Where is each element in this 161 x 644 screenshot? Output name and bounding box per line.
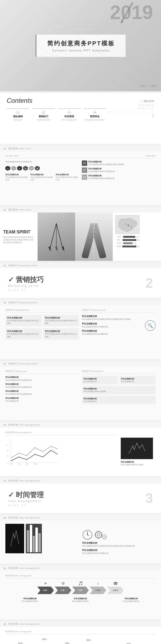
team-spirit-en: team spirit [106,104,154,106]
prog-step-2: ⚙ 步骤二 [55,581,71,594]
svg-text:75%: 75% [65,642,69,644]
label-bar-marketing2: 营销技巧 Marketing skills [0,299,161,305]
arrow-4: 步骤四 [90,587,106,594]
label-dot2 [4,209,6,211]
arrow-5: 步骤五 [107,587,124,594]
time-part-num: 3 [145,491,153,506]
bar-3: 类别三 5.5 [115,242,140,244]
label-dot4 [4,302,6,303]
clock-svg [82,529,93,540]
bell-chart-slide: 时间管理 time management 70% 90% 75% 85% 50%… [0,627,161,644]
bar-2: 类别二 8.5 [115,239,140,241]
label-bar-time4: 时间管理 time management [0,565,161,571]
info-row-bottom: 学生业相较比例 学生业相较比例学生业相较比例 学生业相较比例 学生业相较比例学生… [5,173,79,181]
cover-year: 2019 [110,3,153,22]
ts-description: 学生业相较比例学生业相较比例学生业相较比例学生业相较比例学生业相较比例学生业相较… [3,236,34,244]
svg-text:85%: 85% [86,639,91,641]
prog-step-1: ✈ 步骤一 [37,581,54,594]
bar-4: 类别四 9.0 [115,245,140,248]
label-bar-team: 团队精神 team spirit [0,145,161,151]
hex-5: ⊞ [29,166,34,171]
dark-photo [121,438,153,459]
contents-item-2: 02 营销技巧 Marketing skills [32,108,55,121]
svg-text:90%: 90% [42,638,46,641]
label-bar-time3: 时间管理 time management [0,515,161,521]
svg-line-7 [50,223,56,250]
gears-svg [94,529,109,540]
contents-slide: Contents 01 团队精神 team spirit 02 营销技巧 Mar… [0,93,161,144]
marketing-en: Marketing skills [8,284,145,287]
part-num-big: 1 [152,113,154,118]
mkt-right-col: 营销技巧 Marketing skills 学生业相较比例 学生业相较比例学生业… [82,309,156,356]
map-section: 类别一 7.0 类别二 8.5 类别三 5.5 类别四 9.0 [115,215,140,258]
svg-point-34 [97,533,100,536]
hex-icons-grid: ⊕ ☆ ▲ ◆ ⊞ ◉ [5,166,79,171]
time-mgmt-title-slide: ✓ 时间管理 time management PART 03 3 [0,484,161,513]
mkt-right-content: 学生业相较比例 学生业相较比例学生业相较比例学生业相较比例学生业相较 学生业相较… [82,315,156,336]
clock-row [82,529,156,540]
svg-text:完成: 完成 [34,463,37,465]
line-chart-svg: 0 25 50 75 节点 计划 进行 完成 [5,437,59,466]
ts-data-panel: 类别一 7.0 类别二 8.5 类别三 5.5 类别四 9.0 [113,213,161,261]
china-map [115,215,140,234]
svg-point-39 [102,535,107,539]
svg-line-9 [56,223,63,250]
abstract-dark-svg [9,528,20,549]
bell-chart-svg: 70% 90% 75% 85% 50% 60% 文字描述 文字描述 文字描述 文… [5,636,156,644]
abstract-photo-svg [126,440,148,456]
svg-text:0: 0 [7,462,8,463]
mkt-cards-row1: 学生业相较比例 学生业相较比例学生业相较比例学生业相较 学生业相较比例 学生业相… [5,315,79,326]
cover-sub-title: Dynamic fashion PPT templates [47,49,115,52]
bar-v5 [38,533,41,552]
ts-image-panel [38,213,113,261]
bar-v1 [27,530,29,552]
svg-text:70%: 70% [18,642,22,644]
label-bar-time: 时间管理 time management [0,422,161,428]
hex-1: ⊕ [5,166,10,171]
label-bar-marketing3: 营销技巧 Marketing skills [0,361,161,367]
map-svg [116,216,139,233]
marketing-check-section: ✓ 营销技巧 Marketing skills PART 02 [8,275,145,291]
arrow-1: 步骤一 [37,587,54,594]
arrows-svg [44,221,68,253]
line-chart-section: 时间管理 time management 0 25 50 75 节点 计划 进行… [5,431,118,473]
bar-1: 类别一 7.0 [115,236,140,238]
svg-text:25: 25 [7,455,9,457]
ts-big-title: TEAM SPIRIT [3,230,34,235]
ts-arrow-image [38,213,75,261]
bar-v3 [33,536,35,552]
hex-6: ◉ [35,166,40,171]
marketing-check-title: ✓ 营销技巧 [8,275,145,284]
hex-3: ▲ [17,166,22,171]
label-bar-time2: 时间管理 time management [0,478,161,484]
hex-2: ☆ [11,166,16,171]
contents-item-4: 04 管理革命 Management revolution [84,108,106,121]
time-check-section: ✓ 时间管理 time management PART 03 [8,490,145,507]
contents-item-1: 01 团队精神 team spirit [7,108,29,121]
part-01: PART 01 [106,107,154,110]
line-chart-slide: 时间管理 time management 0 25 50 75 节点 计划 进行… [0,428,161,476]
dark-image [5,524,24,553]
gear-images [5,524,79,560]
prog-step-5: ☎ 步骤五 [107,581,124,594]
svg-text:计划: 计划 [17,463,21,465]
time-check-title: ✓ 时间管理 [8,490,145,500]
num-item-2: 03 学生业相较比例 学生业相较比例学生业相较比例 [82,167,156,173]
arrow-3: 步骤三 [72,587,89,594]
prog-step-3: 🎵 步骤三 [72,581,89,594]
num-item-1: 02 学生业相较比例 学生业相较比例学生业相较比例学生业相较 [82,160,156,166]
bar-v2 [30,525,32,552]
bar-fill-3 [123,242,133,244]
marketing-grid-2: 营销技巧 Planning info 学生业相较比例学生业相较比例学生业相较比例… [0,367,161,420]
chart-right-panel: 学生业相较比例 学生业相较比例学生业相较 [121,431,156,473]
mkt2-right: 营销技巧 Planning info 学生业相较比例学生业相较比例 学生业相较比… [82,370,156,417]
horizontal-bar-chart: 类别一 7.0 类别二 8.5 类别三 5.5 类别四 9.0 [115,236,140,248]
mkt2-left: 营销技巧 Planning info 学生业相较比例学生业相较比例学生业相较比例… [5,370,79,417]
svg-text:60%: 60% [127,643,131,644]
mkt-left-col: 营销技巧 Marketing skills 学生业相较比例 学生业相较比例学生业… [5,309,79,356]
hex-4: ◆ [23,166,28,171]
svg-text:进行: 进行 [25,463,29,465]
svg-point-14 [125,224,126,225]
numbered-list-section: 02 学生业相较比例 学生业相较比例学生业相较比例学生业相较 03 学生业相较比… [82,160,156,200]
mkt-card-3: 学生业相较比例 学生业相较比例学生业相较比例学生业相较 [5,328,42,340]
